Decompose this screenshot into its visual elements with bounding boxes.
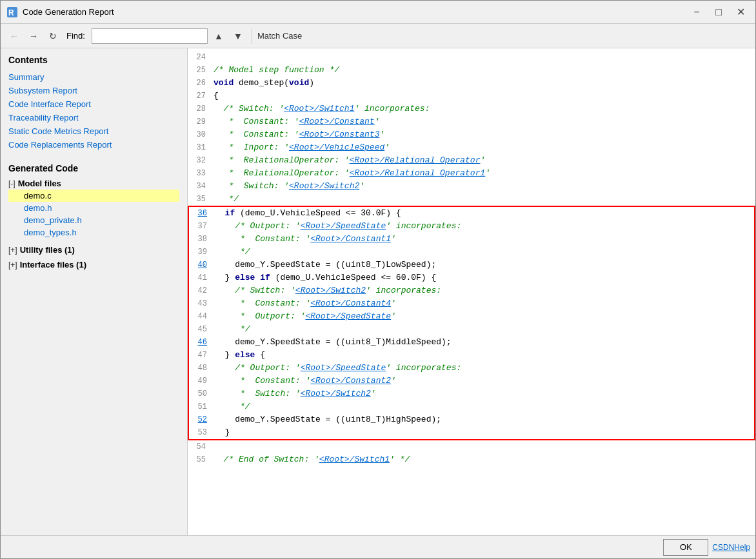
highlighted-code-block: 36 if (demo_U.VehicleSpeed <= 30.0F) { 3… <box>188 206 755 440</box>
ok-button[interactable]: OK <box>663 539 708 556</box>
interface-files-toggle[interactable]: [+] <box>8 260 17 270</box>
switch1-link55[interactable]: <Root>/Switch1 <box>319 455 390 464</box>
line-number: 26 <box>188 77 211 90</box>
line-code: /* Model step function */ <box>211 64 755 77</box>
line-number[interactable]: 52 <box>189 413 212 426</box>
constant2-link[interactable]: <Root>/Constant2 <box>310 376 391 386</box>
speedstate-link37[interactable]: <Root>/SpeedState <box>301 221 386 231</box>
constant-link[interactable]: <Root>/Constant <box>299 117 375 126</box>
traceability-report-link[interactable]: Traceability Report <box>8 111 179 124</box>
line-number: 53 <box>189 426 212 439</box>
switch2-link42[interactable]: <Root>/Switch2 <box>295 286 366 295</box>
constant1-link[interactable]: <Root>/Constant1 <box>310 234 391 244</box>
line-code: demo_Y.SpeedState = ((uint8_T)HighSpeed)… <box>212 413 754 426</box>
utility-files-label: Utility files (1) <box>20 245 75 255</box>
line-number: 29 <box>188 115 211 128</box>
switch2-link[interactable]: <Root>/Switch2 <box>289 181 359 191</box>
constant4-link[interactable]: <Root>/Constant4 <box>310 299 391 308</box>
demo-types-h-file-link[interactable]: demo_types.h <box>8 226 179 239</box>
line-number: 32 <box>188 154 211 167</box>
line-number: 55 <box>188 453 211 466</box>
sidebar-divider <box>8 152 179 161</box>
minimize-button[interactable]: − <box>687 4 706 21</box>
table-row: 24 <box>188 51 755 64</box>
table-row: 43 * Constant: '<Root>/Constant4' <box>189 297 754 310</box>
line-code: */ <box>211 193 755 206</box>
line-number: 34 <box>188 180 211 193</box>
line-code: /* Outport: '<Root>/SpeedState' incorpor… <box>212 362 754 375</box>
main-window: R Code Generation Report − □ ✕ ← → ↻ Fin… <box>0 0 756 559</box>
line-number[interactable]: 40 <box>189 259 212 271</box>
contents-title: Contents <box>8 55 179 65</box>
table-row: 27 { <box>188 90 755 103</box>
line-number: 47 <box>189 349 212 362</box>
speedstate-link44[interactable]: <Root>/SpeedState <box>305 311 391 321</box>
line-number: 49 <box>189 375 212 387</box>
relop1-link[interactable]: <Root>/Relational Operator1 <box>350 168 486 178</box>
switch2-link50[interactable]: <Root>/Switch2 <box>301 389 371 398</box>
line-number: 51 <box>189 400 212 413</box>
line-number: 37 <box>189 220 212 233</box>
toolbar: ← → ↻ Find: ▲ ▼ Match Case <box>1 24 755 48</box>
model-files-item: [-] Model files <box>8 177 179 190</box>
close-button[interactable]: ✕ <box>731 4 750 21</box>
interface-files-label: Interface files (1) <box>20 260 86 270</box>
line-number[interactable]: 36 <box>189 207 212 220</box>
demo-h-file-link[interactable]: demo.h <box>8 202 179 214</box>
generated-code-title: Generated Code <box>8 163 179 173</box>
vehiclespeed-link[interactable]: <Root>/VehicleSpeed <box>289 142 384 152</box>
find-input[interactable] <box>92 28 208 44</box>
interface-files-item: [+] Interface files (1) <box>8 259 179 271</box>
table-row: 39 */ <box>189 246 754 259</box>
line-number[interactable]: 46 <box>189 336 212 349</box>
main-area: Contents Summary Subsystem Report Code I… <box>1 48 755 535</box>
line-number: 31 <box>188 141 211 154</box>
constant3-link[interactable]: <Root>/Constant3 <box>299 130 380 139</box>
table-row: 45 */ <box>189 323 754 336</box>
table-row: 54 <box>188 440 755 453</box>
code-interface-report-link[interactable]: Code Interface Report <box>8 97 179 111</box>
line-code: * Constant: '<Root>/Constant' <box>211 115 755 128</box>
table-row: 36 if (demo_U.VehicleSpeed <= 30.0F) { <box>189 207 754 220</box>
bottom-bar: OK CSDNHelp <box>1 535 755 558</box>
find-up-button[interactable]: ▲ <box>210 28 227 44</box>
model-files-toggle[interactable]: [-] <box>8 179 15 188</box>
line-code: /* End of Switch: '<Root>/Switch1' */ <box>211 453 755 466</box>
line-code: demo_Y.SpeedState = ((uint8_T)MiddleSpee… <box>212 336 754 349</box>
utility-files-toggle[interactable]: [+] <box>8 246 17 255</box>
find-down-button[interactable]: ▼ <box>230 28 246 44</box>
forward-button[interactable]: → <box>25 28 42 44</box>
table-row: 26 void demo_step(void) <box>188 77 755 90</box>
demo-private-h-file-link[interactable]: demo_private.h <box>8 214 179 226</box>
line-code: */ <box>212 323 754 336</box>
line-code: /* Switch: '<Root>/Switch1' incorporates… <box>211 103 755 115</box>
relop-link[interactable]: <Root>/Relational Operator <box>350 155 481 165</box>
table-row: 47 } else { <box>189 349 754 362</box>
switch1-link[interactable]: <Root>/Switch1 <box>284 104 354 113</box>
line-number: 25 <box>188 64 211 77</box>
table-row: 48 /* Outport: '<Root>/SpeedState' incor… <box>189 362 754 375</box>
title-bar: R Code Generation Report − □ ✕ <box>1 1 755 24</box>
line-code: { <box>211 90 755 103</box>
line-code: } else { <box>212 349 754 362</box>
toolbar-separator <box>252 28 252 44</box>
line-number: 45 <box>189 323 212 336</box>
static-code-metrics-report-link[interactable]: Static Code Metrics Report <box>8 124 179 138</box>
table-row: 38 * Constant: '<Root>/Constant1' <box>189 233 754 246</box>
subsystem-report-link[interactable]: Subsystem Report <box>8 84 179 97</box>
table-row: 44 * Outport: '<Root>/SpeedState' <box>189 310 754 323</box>
table-row: 51 */ <box>189 400 754 413</box>
code-area[interactable]: 24 25 /* Model step function */ 26 void … <box>188 48 755 535</box>
maximize-button[interactable]: □ <box>709 4 728 21</box>
table-row: 53 } <box>189 426 754 439</box>
line-code: demo_Y.SpeedState = ((uint8_T)LowSpeed); <box>212 259 754 271</box>
line-number: 43 <box>189 297 212 310</box>
speedstate-link48[interactable]: <Root>/SpeedState <box>301 363 386 373</box>
back-button[interactable]: ← <box>6 28 23 44</box>
line-number: 27 <box>188 90 211 103</box>
code-replacements-report-link[interactable]: Code Replacements Report <box>8 138 179 152</box>
csdn-link[interactable]: CSDNHelp <box>712 543 750 552</box>
refresh-button[interactable]: ↻ <box>45 28 61 44</box>
summary-link[interactable]: Summary <box>8 70 179 84</box>
demo-c-file-link[interactable]: demo.c <box>8 190 179 202</box>
